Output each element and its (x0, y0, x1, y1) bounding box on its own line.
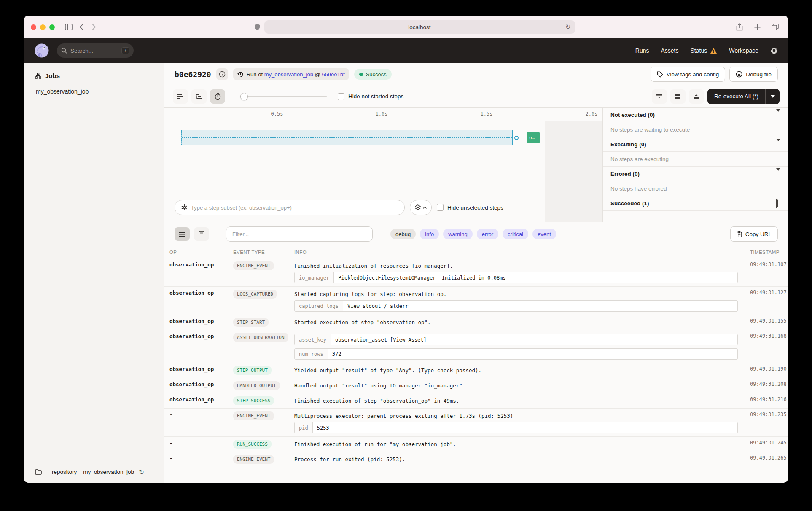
op-selector-icon (181, 204, 188, 211)
run-of-tag[interactable]: Run of my_observation_job @ 659ee1bf (233, 68, 349, 80)
reexecute-button-group: Re-execute All (*) (707, 89, 780, 104)
log-list-view-icon[interactable] (175, 227, 190, 241)
share-icon[interactable] (733, 21, 746, 33)
step-bar-observation-op[interactable]: o… (527, 132, 540, 143)
dagster-logo[interactable] (34, 43, 49, 58)
table-row[interactable]: - ENGINE_EVENT Multiprocess executor: pa… (164, 409, 788, 437)
table-row[interactable]: observation_op ASSET_OBSERVATION asset_k… (164, 330, 788, 363)
waterfall-view-icon[interactable] (191, 89, 207, 104)
debug-file-button[interactable]: Debug file (729, 67, 778, 82)
step-marker-dot[interactable] (514, 136, 519, 140)
commit-link[interactable]: 659ee1bf (322, 71, 344, 78)
collapse-top-icon[interactable] (689, 89, 704, 104)
tag-prefix: Run of (247, 71, 264, 78)
settings-gear-icon[interactable] (770, 47, 778, 54)
job-link[interactable]: my_observation_job (264, 71, 313, 78)
log-table: OP EVENT TYPE INFO TIMESTAMP observation… (164, 246, 788, 483)
zoom-window-button[interactable] (49, 24, 55, 30)
chevron-up-icon (423, 206, 427, 209)
event-type-badge: HANDLED_OUTPUT (233, 381, 280, 390)
table-row[interactable]: observation_op LOGS_CAPTURED Started cap… (164, 287, 788, 315)
section-succeeded[interactable]: Succeeded (1) (603, 196, 788, 211)
minimize-window-button[interactable] (40, 24, 46, 30)
reexecute-all-button[interactable]: Re-execute All (*) (707, 89, 765, 104)
tick-label: 0.5s (271, 111, 283, 117)
table-row[interactable]: observation_op STEP_OUTPUT Yielded outpu… (164, 363, 788, 378)
shield-icon[interactable] (255, 24, 260, 30)
event-type-badge: ENGINE_EVENT (233, 455, 274, 464)
step-subset-input[interactable] (191, 204, 398, 211)
collapse-bottom-icon[interactable] (652, 89, 667, 104)
level-chip-event[interactable]: event (532, 229, 556, 239)
copy-url-button[interactable]: Copy URL (730, 226, 778, 242)
table-row[interactable]: - ENGINE_EVENT Process for run exited (p… (164, 452, 788, 467)
table-row[interactable]: observation_op STEP_SUCCESS Finished exe… (164, 393, 788, 409)
level-chip-error[interactable]: error (477, 229, 498, 239)
close-window-button[interactable] (31, 24, 36, 30)
nav-assets[interactable]: Assets (661, 47, 679, 54)
slider-knob[interactable] (240, 93, 248, 100)
nav-runs[interactable]: Runs (635, 47, 649, 54)
url-bar[interactable]: localhost ↻ (264, 20, 575, 34)
traffic-lights (31, 24, 55, 30)
checkbox-icon[interactable] (338, 93, 344, 100)
search-icon (61, 48, 67, 54)
back-button[interactable] (75, 21, 88, 33)
reload-repository-icon[interactable]: ↻ (139, 468, 144, 476)
section-not-executed[interactable]: Not executed (0) (603, 108, 788, 122)
log-filter-input[interactable] (226, 226, 373, 242)
table-row[interactable]: observation_op STEP_START Started execut… (164, 315, 788, 330)
timed-view-icon[interactable] (210, 89, 225, 104)
event-type-badge: ENGINE_EVENT (233, 261, 274, 270)
zoom-slider[interactable] (240, 93, 327, 100)
view-asset-link[interactable]: View Asset (393, 337, 423, 343)
warning-icon (710, 48, 717, 54)
level-chip-debug[interactable]: debug (390, 229, 416, 239)
tick-label: 1.5s (481, 111, 493, 117)
forward-button[interactable] (88, 21, 100, 33)
global-search[interactable]: Search... / (57, 43, 134, 58)
level-chip-critical[interactable]: critical (503, 229, 528, 239)
event-type-badge: LOGS_CAPTURED (233, 290, 277, 299)
run-header: b0e62920 Run of my_observation_job @ 659… (164, 63, 788, 86)
step-status-panel: Not executed (0) No steps are waiting to… (602, 108, 788, 222)
graph-query-toggle-button[interactable] (410, 200, 432, 215)
repository-name[interactable]: __repository__my_observation_job (46, 469, 134, 475)
section-executing[interactable]: Executing (0) (603, 137, 788, 152)
gantt-chart: 0.5s 1.0s 1.5s 2.0s o… (164, 108, 602, 222)
checkbox-icon[interactable] (437, 204, 444, 211)
level-chip-info[interactable]: info (420, 229, 439, 239)
log-structured-view-icon[interactable] (194, 227, 209, 241)
hide-unselected-checkbox[interactable]: Hide unselected steps (437, 204, 503, 211)
table-row[interactable]: - RUN_SUCCESS Finished execution of run … (164, 437, 788, 452)
io-manager-link[interactable]: PickledObjectFilesystemIOManager (338, 275, 436, 281)
info-icon[interactable] (216, 68, 228, 80)
table-row[interactable]: observation_op ENGINE_EVENT Finished ini… (164, 258, 788, 287)
reexecute-dropdown-button[interactable] (765, 89, 780, 104)
event-type-badge: STEP_OUTPUT (233, 366, 272, 375)
nav-workspace[interactable]: Workspace (729, 47, 758, 54)
metadata-entry: io_manager PickledObjectFilesystemIOMana… (294, 272, 738, 283)
jobs-sidebar: Jobs my_observation_job __repository__my… (24, 63, 164, 483)
event-type-badge: STEP_START (233, 318, 269, 327)
level-chip-warning[interactable]: warning (443, 229, 473, 239)
captured-logs-value[interactable]: View stdout / stderr (343, 301, 413, 311)
nav-status[interactable]: Status (691, 47, 718, 54)
event-type-badge: STEP_SUCCESS (233, 396, 274, 405)
sidebar-toggle-icon[interactable] (62, 21, 75, 33)
view-tags-config-button[interactable]: View tags and config (651, 67, 725, 82)
search-shortcut-kbd: / (121, 47, 129, 54)
table-row[interactable]: observation_op HANDLED_OUTPUT Handled ou… (164, 378, 788, 393)
reload-icon[interactable]: ↻ (565, 23, 571, 31)
section-errored[interactable]: Errored (0) (603, 167, 788, 181)
new-tab-icon[interactable] (751, 21, 764, 33)
hide-not-started-checkbox[interactable]: Hide not started steps (338, 93, 403, 100)
table-filler (164, 467, 788, 483)
chevron-down-icon (776, 139, 780, 150)
sidebar-item-job[interactable]: my_observation_job (24, 85, 164, 98)
flat-view-icon[interactable] (173, 89, 188, 104)
split-view-icon[interactable] (670, 89, 686, 104)
tab-overview-icon[interactable] (769, 21, 781, 33)
step-subset-inputwrap (175, 200, 405, 215)
chevron-down-icon (776, 109, 780, 120)
